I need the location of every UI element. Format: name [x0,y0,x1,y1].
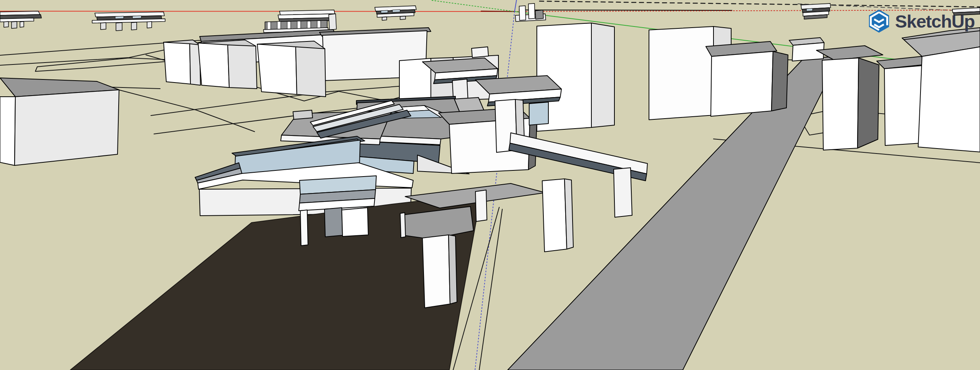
rooftop-box [293,110,313,119]
sketchup-logo-icon [867,9,891,33]
right-bldg4-front [884,66,922,145]
colonnade-column1 [300,210,308,246]
distant-a-leg3 [20,21,24,27]
distant-c-column3 [287,21,291,30]
distant-c-column2 [277,21,281,30]
distant-b-leg4 [147,21,152,28]
bigbox-front [649,26,713,120]
distant-e-dark [535,10,543,19]
sketchup-logo: SketchUp [867,9,975,33]
distant-f-window [806,8,813,11]
distant-b-leg3 [131,22,137,30]
distant-b-leg1 [101,23,106,30]
distant-c-column1 [267,22,271,30]
cube2-front [257,44,297,94]
distant-d-leg2 [400,16,406,20]
distant-e-tower2 [528,3,535,19]
right-bldg1-front [711,51,773,116]
leftbldg-left-face [0,97,15,165]
bridge-pillar2 [614,168,632,217]
distant-b-window2 [132,16,141,18]
cube2-side [296,47,326,97]
distant-d-window2 [392,10,400,12]
sketchup-logo-text: SketchUp [895,12,975,30]
backtower-roofbox [472,47,488,58]
3d-viewport[interactable] [0,0,980,370]
horizon-edge [519,10,732,10]
right-bldg3-side [858,58,879,148]
distant-a-leg1 [4,21,8,27]
plaza-column-small [475,190,487,221]
colonnade-column3 [342,208,368,236]
right-bldg3-front [822,58,859,150]
sketchup-window: SketchUp [0,0,980,370]
right-bldg5-front [918,47,980,152]
cube1-side [228,45,257,89]
distant-d-leg1 [382,17,387,20]
bridge-pillar1 [542,179,567,252]
distant-a-leg2 [12,21,17,28]
cube0-front [164,42,190,84]
distant-c-tower [329,14,336,30]
right-bldg1-side [771,51,788,111]
leftbldg-front [15,90,119,165]
distant-d-window1 [381,10,388,13]
red-axis-solid [0,11,515,12]
plaza-pillar-side [449,235,457,304]
distant-e-tower1 [519,6,526,20]
cube1-front [198,43,229,88]
colonnade-column2 [324,208,343,237]
distant-b-window1 [115,16,124,19]
plaza-pillar [422,235,450,308]
pavilion-back-glass [529,102,548,125]
roof-parapet-box [454,97,484,112]
plaza-deck-fascia [400,213,406,238]
distant-b-leg2 [116,23,122,31]
talltower-side [591,23,614,127]
